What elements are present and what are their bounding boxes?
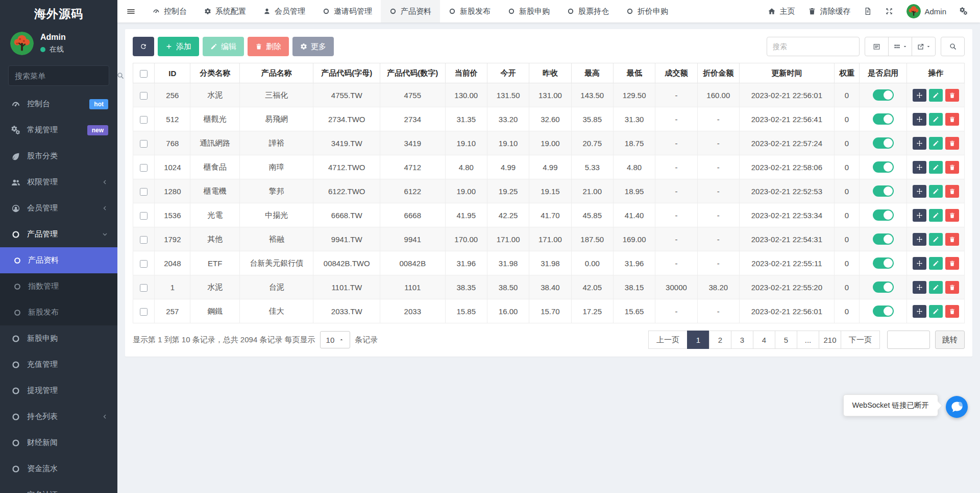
tab-ipo-subscribe[interactable]: 新股申购: [499, 0, 558, 22]
row-edit-button[interactable]: [929, 257, 943, 270]
enable-toggle[interactable]: [873, 257, 894, 269]
tab-product-data[interactable]: 产品资料: [381, 0, 440, 22]
row-edit-button[interactable]: [929, 305, 943, 318]
page-prev[interactable]: 上一页: [648, 331, 688, 349]
row-delete-button[interactable]: [945, 233, 959, 246]
sidebar-item-ipo-subscribe[interactable]: 新股申购: [0, 325, 117, 351]
row-checkbox[interactable]: [140, 308, 148, 316]
tab-stock-positions[interactable]: 股票持仓: [558, 0, 618, 22]
row-edit-button[interactable]: [929, 137, 943, 150]
sidebar-item-finance-news[interactable]: 财经新闻: [0, 430, 117, 456]
tab-discount-subscribe[interactable]: 折价申购: [618, 0, 677, 22]
enable-toggle[interactable]: [873, 233, 894, 245]
row-checkbox[interactable]: [140, 260, 148, 268]
tab-members[interactable]: 会员管理: [255, 0, 314, 22]
changelog-icon[interactable]: [864, 7, 872, 15]
sidebar-item-funds-flow[interactable]: 资金流水: [0, 456, 117, 482]
enable-toggle[interactable]: [873, 209, 894, 221]
page-p2[interactable]: 2: [709, 331, 731, 349]
row-move-button[interactable]: [913, 209, 926, 222]
user-menu[interactable]: Admin: [906, 4, 946, 18]
enable-toggle[interactable]: [873, 185, 894, 197]
jump-button[interactable]: 跳转: [935, 331, 965, 349]
settings-gears-icon[interactable]: [960, 7, 968, 15]
row-move-button[interactable]: [913, 89, 926, 102]
row-delete-button[interactable]: [945, 281, 959, 294]
sidebar-item-market-category[interactable]: 股市分类: [0, 143, 117, 169]
fullscreen-icon[interactable]: [885, 7, 893, 15]
row-delete-button[interactable]: [945, 209, 959, 222]
add-button[interactable]: 添加: [158, 37, 199, 56]
row-move-button[interactable]: [913, 161, 926, 174]
sidebar-item-withdraw[interactable]: 提现管理: [0, 378, 117, 404]
more-button[interactable]: 更多: [292, 37, 334, 56]
row-move-button[interactable]: [913, 137, 926, 150]
row-delete-button[interactable]: [945, 257, 959, 270]
row-delete-button[interactable]: [945, 113, 959, 126]
sidebar-item-console[interactable]: 控制台hot: [0, 91, 117, 117]
row-edit-button[interactable]: [929, 233, 943, 246]
enable-toggle[interactable]: [873, 306, 894, 317]
page-next[interactable]: 下一页: [841, 331, 880, 349]
sidebar-item-product-data[interactable]: 产品资料: [0, 247, 117, 273]
jump-page-input[interactable]: [887, 331, 930, 349]
sidebar-item-positions[interactable]: 持仓列表: [0, 404, 117, 430]
home-link[interactable]: 主页: [768, 7, 795, 16]
tab-ipo-publish[interactable]: 新股发布: [440, 0, 499, 22]
row-checkbox[interactable]: [140, 236, 148, 244]
page-p210[interactable]: 210: [819, 331, 841, 349]
enable-toggle[interactable]: [873, 281, 894, 293]
row-move-button[interactable]: [913, 185, 926, 198]
row-delete-button[interactable]: [945, 185, 959, 198]
page-ellipsis[interactable]: ...: [797, 331, 819, 349]
sidebar-item-permissions[interactable]: 权限管理: [0, 169, 117, 195]
sidebar-item-recharge[interactable]: 充值管理: [0, 351, 117, 378]
table-search-input[interactable]: [767, 37, 860, 56]
row-move-button[interactable]: [913, 257, 926, 270]
row-checkbox[interactable]: [140, 92, 148, 100]
row-delete-button[interactable]: [945, 137, 959, 150]
row-move-button[interactable]: [913, 233, 926, 246]
sidebar-item-ipo-publish[interactable]: 新股发布: [0, 299, 117, 325]
row-move-button[interactable]: [913, 305, 926, 318]
refresh-button[interactable]: [133, 37, 154, 56]
row-checkbox[interactable]: [140, 188, 148, 196]
row-move-button[interactable]: [913, 281, 926, 294]
row-edit-button[interactable]: [929, 185, 943, 198]
row-edit-button[interactable]: [929, 209, 943, 222]
row-edit-button[interactable]: [929, 281, 943, 294]
page-size-select[interactable]: 10: [320, 331, 351, 348]
row-edit-button[interactable]: [929, 161, 943, 174]
row-edit-button[interactable]: [929, 113, 943, 126]
sidebar-item-realname-auth[interactable]: 实名认证: [0, 482, 117, 493]
enable-toggle[interactable]: [873, 137, 894, 149]
chat-widget-button[interactable]: [946, 396, 968, 418]
search-button[interactable]: [941, 37, 965, 56]
row-delete-button[interactable]: [945, 89, 959, 102]
sidebar-search-input[interactable]: [15, 72, 116, 80]
clear-cache-link[interactable]: 清除缓存: [808, 7, 850, 16]
columns-button[interactable]: [888, 37, 912, 56]
enable-toggle[interactable]: [873, 161, 894, 173]
row-delete-button[interactable]: [945, 305, 959, 318]
tab-system-config[interactable]: 系统配置: [195, 0, 255, 22]
page-p1[interactable]: 1: [687, 331, 709, 349]
enable-toggle[interactable]: [873, 89, 894, 101]
row-checkbox[interactable]: [140, 116, 148, 124]
sidebar-item-general[interactable]: 常规管理new: [0, 117, 117, 143]
export-button[interactable]: [912, 37, 936, 56]
sidebar-item-products[interactable]: 产品管理: [0, 221, 117, 247]
detail-view-button[interactable]: [865, 37, 889, 56]
row-delete-button[interactable]: [945, 161, 959, 174]
page-p3[interactable]: 3: [731, 331, 753, 349]
row-checkbox[interactable]: [140, 212, 148, 220]
row-checkbox[interactable]: [140, 284, 148, 292]
row-edit-button[interactable]: [929, 89, 943, 102]
page-p5[interactable]: 5: [775, 331, 797, 349]
sidebar-item-index-mgmt[interactable]: 指数管理: [0, 273, 117, 299]
row-checkbox[interactable]: [140, 140, 148, 148]
row-checkbox[interactable]: [140, 164, 148, 172]
tab-invite-codes[interactable]: 邀请码管理: [314, 0, 381, 22]
tab-console[interactable]: 控制台: [144, 0, 195, 22]
edit-button[interactable]: 编辑: [203, 37, 244, 56]
